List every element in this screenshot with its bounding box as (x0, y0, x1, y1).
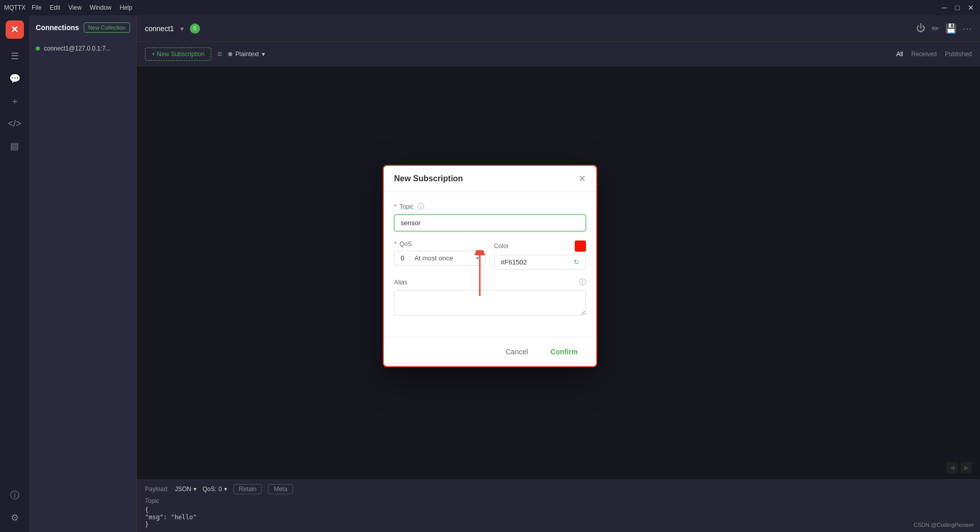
qos-control: QoS: 0 ▾ (203, 486, 227, 493)
tab-published[interactable]: Published (945, 51, 972, 58)
cancel-button[interactable]: Cancel (498, 344, 536, 360)
code-line-3: } (145, 521, 972, 528)
top-bar: connect1 ▾ 0 ⏻ ✏ 💾 ⋯ (137, 15, 980, 42)
sidebar-icon-connections[interactable]: ☰ (6, 47, 24, 65)
alias-form-group: Alias ⓘ (394, 278, 586, 318)
menu-help[interactable]: Help (120, 4, 133, 11)
topic-required-marker: * (394, 203, 397, 210)
sidebar-icon-log[interactable]: ▤ (6, 137, 24, 155)
sidebar-icon-chat[interactable]: 💬 (6, 69, 24, 88)
window-controls: ─ □ ✕ (940, 4, 976, 12)
topic-label: * Topic ⓘ (394, 202, 586, 211)
payload-format-chevron: ▾ (193, 486, 197, 493)
tab-all[interactable]: All (896, 51, 903, 58)
confirm-button[interactable]: Confirm (542, 344, 586, 360)
maximize-button[interactable]: □ (953, 4, 962, 12)
alias-field-label: Alias (394, 279, 407, 286)
topic-info-icon: ⓘ (417, 202, 424, 211)
qos-label: * QoS (394, 240, 486, 248)
topic-form-group: * Topic ⓘ (394, 202, 586, 231)
qos-select[interactable]: 0 | At most once ▾ (394, 251, 486, 265)
topic-input[interactable] (394, 214, 586, 231)
qos-number: 0 (401, 254, 404, 262)
connections-title: Connections (36, 23, 79, 32)
sub-bar-left: + New Subscription ≡ Plaintext ▾ (145, 47, 265, 61)
color-field-label: Color (494, 243, 509, 250)
tab-received[interactable]: Received (911, 51, 937, 58)
menu-file[interactable]: File (32, 4, 41, 11)
code-line-2: "msg": "hello" (145, 514, 972, 521)
connections-header: Connections New Collection (30, 15, 136, 40)
sidebar-icon-info[interactable]: ⓘ (6, 486, 24, 504)
menu-bar: File Edit View Window Help (32, 4, 132, 11)
minimize-button[interactable]: ─ (940, 4, 949, 12)
qos-chevron[interactable]: ▾ (224, 486, 227, 493)
color-input-row: #F61502 ↻ (494, 255, 586, 270)
qos-color-row: * QoS 0 | At most once ▾ Color #F61502 ↻ (394, 240, 586, 270)
qos-chevron-icon: ▾ (476, 254, 479, 262)
modal-close-button[interactable]: ✕ (578, 174, 586, 183)
connections-panel: Connections New Collection connect1@127.… (30, 15, 137, 532)
qos-field-label: QoS (400, 240, 412, 248)
qos-divider: | (408, 254, 410, 262)
new-subscription-button[interactable]: + New Subscription (145, 47, 211, 61)
qos-description: At most once (414, 254, 453, 262)
plaintext-chevron: ▾ (262, 51, 265, 58)
connection-item[interactable]: connect1@127.0.0.1:7... (30, 40, 136, 57)
new-subscription-label: + New Subscription (152, 51, 205, 58)
modal-footer: Cancel Confirm (384, 337, 596, 366)
sub-bar-tabs: All Received Published (896, 51, 972, 58)
qos-value: 0 (218, 486, 222, 493)
payload-format-value: JSON (175, 486, 191, 493)
connection-badge: 0 (190, 23, 200, 34)
bottom-bar-controls: Payload: JSON ▾ QoS: 0 ▾ Retain Meta (145, 484, 972, 494)
chevron-down-icon[interactable]: ▾ (180, 25, 184, 33)
payload-label: Payload: (145, 486, 169, 493)
alias-info-icon: ⓘ (579, 278, 586, 287)
title-bar-left: MQTTX File Edit View Window Help (4, 4, 132, 11)
new-collection-button[interactable]: New Collection (84, 22, 130, 33)
watermark: CSDN @CodingPioneer (914, 522, 974, 528)
plaintext-dot (228, 52, 232, 56)
meta-button[interactable]: Meta (268, 484, 293, 494)
modal-body: * Topic ⓘ * QoS 0 | At most once ▾ (384, 192, 596, 337)
retain-button[interactable]: Retain (233, 484, 262, 494)
title-bar: MQTTX File Edit View Window Help ─ □ ✕ (0, 0, 980, 15)
more-icon[interactable]: ⋯ (963, 23, 972, 34)
qos-label: QoS: (203, 486, 216, 493)
close-button[interactable]: ✕ (966, 4, 976, 12)
sidebar-icon-settings[interactable]: ⚙ (6, 509, 24, 527)
plaintext-label: Plaintext (235, 51, 259, 58)
bottom-bar: Payload: JSON ▾ QoS: 0 ▾ Retain Meta Top… (137, 479, 980, 532)
menu-window[interactable]: Window (90, 4, 112, 11)
code-line-1: { (145, 506, 972, 514)
sidebar-icon-add[interactable]: ＋ (6, 92, 24, 110)
topic-field-label: Topic (400, 203, 414, 210)
payload-format-select[interactable]: JSON ▾ (175, 486, 197, 493)
menu-view[interactable]: View (68, 4, 82, 11)
color-value: #F61502 (501, 258, 570, 266)
color-label-row: Color (494, 240, 586, 252)
save-icon[interactable]: 💾 (945, 23, 957, 34)
color-refresh-icon[interactable]: ↻ (574, 258, 579, 266)
code-area: { "msg": "hello" } (145, 506, 972, 528)
edit-icon[interactable]: ✏ (932, 23, 939, 34)
filter-icon[interactable]: ≡ (217, 50, 222, 59)
active-connection-name: connect1 (145, 25, 174, 33)
connection-status-dot (36, 46, 40, 51)
topic-label: Topic (145, 497, 972, 504)
power-icon[interactable]: ⏻ (916, 23, 925, 34)
app-title: MQTTX (4, 4, 26, 11)
alias-input[interactable] (394, 290, 586, 316)
app-logo: ✕ (6, 20, 24, 39)
color-swatch[interactable] (575, 240, 586, 252)
modal-header: New Subscription ✕ (384, 166, 596, 192)
connection-name-label: connect1@127.0.0.1:7... (44, 45, 111, 52)
menu-edit[interactable]: Edit (50, 4, 60, 11)
qos-required-marker: * (394, 240, 397, 248)
plaintext-select[interactable]: Plaintext ▾ (228, 51, 265, 58)
sidebar-icon-code[interactable]: </> (6, 114, 24, 133)
modal-title: New Subscription (394, 174, 463, 183)
top-bar-right: ⏻ ✏ 💾 ⋯ (916, 23, 972, 34)
icon-sidebar: ✕ ☰ 💬 ＋ </> ▤ ⓘ ⚙ (0, 15, 30, 532)
